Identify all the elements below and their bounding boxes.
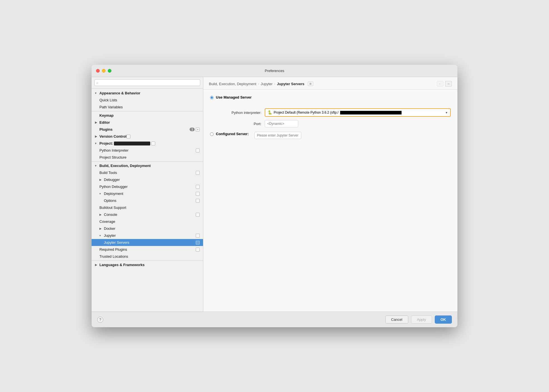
sidebar-item-version-control[interactable]: ▶ Version Control [92, 133, 203, 140]
settings-icon [196, 248, 200, 252]
svg-rect-12 [196, 248, 199, 251]
expand-arrow: ▶ [99, 213, 103, 216]
sidebar-item-plugins[interactable]: Plugins 1 [92, 126, 203, 133]
breadcrumb-arrow-1: › [258, 82, 259, 85]
sidebar-item-debugger[interactable]: ▶ Debugger [92, 176, 203, 183]
sidebar-item-label: Plugins [99, 127, 113, 132]
dropdown-content: 🐍 Project Default (Remote Python 3.6.2 (… [268, 110, 445, 115]
sidebar-item-label: Version Control [99, 134, 126, 138]
window-title: Preferences [265, 69, 284, 73]
server-url-input[interactable] [254, 132, 301, 139]
expand-arrow: ▾ [95, 164, 98, 167]
search-input[interactable] [94, 79, 200, 86]
svg-rect-2 [127, 135, 130, 138]
cancel-button[interactable]: Cancel [385, 315, 408, 324]
port-row: Port: [217, 120, 451, 127]
svg-rect-10 [196, 234, 199, 237]
sidebar-item-python-interpreter[interactable]: Python Interpreter [92, 147, 203, 154]
close-button[interactable] [96, 69, 100, 73]
sidebar: ⌕ ▾ Appearance & Behavior Quick Lists Pa… [92, 77, 203, 312]
titlebar: Preferences [92, 65, 457, 77]
breadcrumb-layout-icon: ⊞ [308, 82, 313, 86]
sidebar-item-project[interactable]: ▾ Project: [92, 140, 203, 147]
search-bar: ⌕ [92, 77, 203, 89]
sidebar-item-label: Build, Execution, Deployment [99, 164, 151, 168]
ok-button[interactable]: OK [435, 315, 452, 324]
help-button[interactable]: ? [97, 317, 103, 323]
sidebar-item-label: Quick Lists [99, 98, 117, 102]
bottom-bar: ? Cancel Apply OK [92, 312, 457, 327]
sidebar-item-label: Docker [104, 226, 115, 231]
sidebar-item-buildout-support[interactable]: Buildout Support [92, 204, 203, 211]
configured-server-radio[interactable] [210, 132, 214, 136]
search-icon: ⌕ [96, 81, 98, 85]
sidebar-item-editor[interactable]: ▶ Editor [92, 119, 203, 126]
sidebar-item-label: Required Plugins [99, 247, 127, 252]
sidebar-item-label: Console [104, 212, 117, 217]
bottom-left: ? [97, 317, 103, 323]
sidebar-item-docker[interactable]: ▶ Docker [92, 225, 203, 232]
maximize-button[interactable] [108, 69, 111, 73]
svg-rect-5 [196, 171, 199, 174]
use-managed-server-radio[interactable] [210, 96, 214, 99]
settings-icon [196, 234, 200, 238]
svg-rect-4 [196, 149, 199, 152]
settings-icon [196, 185, 200, 189]
use-managed-server-row: Use Managed Server [210, 95, 451, 99]
forward-button[interactable]: → [445, 81, 452, 87]
sidebar-item-languages-frameworks[interactable]: ▶ Languages & Frameworks [92, 261, 203, 268]
sidebar-item-project-structure[interactable]: Project Structure [92, 154, 203, 161]
sidebar-item-build-tools[interactable]: Build Tools [92, 169, 203, 176]
preferences-window: Preferences ⌕ ▾ Appearance & Behavior Qu… [92, 65, 457, 327]
python-interpreter-dropdown[interactable]: 🐍 Project Default (Remote Python 3.6.2 (… [265, 108, 451, 117]
minimize-button[interactable] [102, 69, 106, 73]
sidebar-item-label: Path Variables [99, 105, 123, 109]
sidebar-item-path-variables[interactable]: Path Variables [92, 104, 203, 111]
sidebar-item-label: Appearance & Behavior [99, 91, 140, 95]
sidebar-item-label: Python Debugger [99, 185, 128, 189]
port-input[interactable] [265, 120, 298, 127]
expand-arrow: ▾ [99, 192, 103, 195]
use-managed-server-label: Use Managed Server [216, 95, 252, 99]
sidebar-item-python-debugger[interactable]: Python Debugger [92, 183, 203, 190]
back-button[interactable]: ← [437, 81, 443, 87]
configured-server-row: Configured Server: [210, 132, 451, 139]
python-interpreter-text: Project Default (Remote Python 3.6.2 (sf… [274, 111, 338, 114]
sidebar-item-label: Options [104, 199, 116, 203]
sidebar-item-label: Editor [99, 120, 110, 125]
plugins-badge: 1 [190, 128, 195, 131]
settings-icon [196, 171, 200, 175]
sidebar-item-keymap[interactable]: Keymap [92, 112, 203, 119]
sidebar-item-appearance-behavior[interactable]: ▾ Appearance & Behavior [92, 90, 203, 97]
breadcrumb-part-3: Jupyter Servers [277, 82, 304, 86]
sidebar-item-jupyter[interactable]: ▾ Jupyter [92, 232, 203, 239]
bottom-right: Cancel Apply OK [385, 315, 452, 324]
port-label: Port: [217, 122, 261, 126]
breadcrumb-part-1: Build, Execution, Deployment [209, 82, 256, 86]
sidebar-item-label: Deployment [104, 192, 123, 196]
configured-server-label: Configured Server: [216, 132, 249, 136]
content-body: Use Managed Server Python interpreter: 🐍 [203, 90, 457, 312]
apply-button[interactable]: Apply [411, 315, 432, 324]
sidebar-item-label: Coverage [99, 219, 115, 224]
sidebar-item-quick-lists[interactable]: Quick Lists [92, 97, 203, 104]
sidebar-item-label: Jupyter Servers [104, 240, 129, 245]
python-interpreter-row: Python interpreter: 🐍 Project Default (R… [217, 108, 451, 117]
sidebar-item-options[interactable]: Options [92, 197, 203, 204]
sidebar-item-deployment[interactable]: ▾ Deployment [92, 190, 203, 197]
sidebar-item-label: Languages & Frameworks [99, 263, 145, 267]
expand-arrow: ▶ [95, 263, 98, 266]
radio-group: Use Managed Server Python interpreter: 🐍 [210, 95, 451, 139]
sidebar-item-console[interactable]: ▶ Console [92, 211, 203, 218]
sidebar-item-required-plugins[interactable]: Required Plugins [92, 246, 203, 253]
expand-arrow: ▶ [99, 178, 103, 181]
sidebar-item-coverage[interactable]: Coverage [92, 218, 203, 225]
sidebar-item-label: Python Interpreter [99, 148, 128, 152]
sidebar-item-trusted-locations[interactable]: Trusted Locations [92, 253, 203, 260]
breadcrumb: Build, Execution, Deployment › Jupyter ›… [203, 77, 457, 90]
sidebar-item-build-execution-deployment[interactable]: ▾ Build, Execution, Deployment [92, 162, 203, 169]
breadcrumb-part-2: Jupyter [261, 82, 273, 86]
breadcrumb-arrow-2: › [274, 82, 275, 85]
sidebar-item-jupyter-servers[interactable]: Jupyter Servers [92, 239, 203, 246]
settings-icon [151, 142, 155, 145]
